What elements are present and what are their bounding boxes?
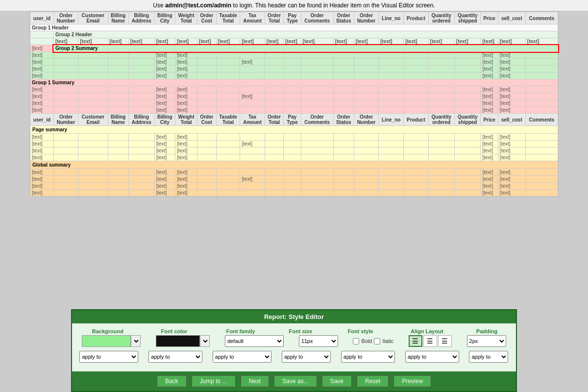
gs2-c19: [text] (481, 176, 498, 183)
g2s4-c12 (301, 73, 333, 79)
sh-sell-cost: sell_cost (498, 114, 525, 126)
bg-swatch[interactable] (82, 335, 131, 347)
bold-checkbox[interactable] (353, 338, 359, 344)
ps1-c21 (525, 134, 558, 141)
bg-dropdown-arrow[interactable]: ▼ (131, 335, 141, 347)
g1s2-c11 (284, 93, 301, 100)
gs-row2: [text] [text] [text] [text] (30, 176, 558, 183)
ps1-c0: [text] (30, 134, 54, 141)
gs1-c9 (240, 169, 265, 176)
gs3-c9 (240, 183, 265, 190)
ps1-c18 (455, 134, 481, 141)
ps2-c20: [text] (498, 141, 525, 147)
preview-button[interactable]: Preview (393, 375, 431, 387)
apply-fontsize-select[interactable]: apply to (282, 351, 331, 363)
g1s3-c18 (455, 100, 481, 107)
align-control: ☰ ☰ ☰ (409, 335, 452, 347)
ps3-c14 (354, 147, 378, 154)
gs4-c1 (53, 190, 78, 196)
ps3-c11 (284, 147, 301, 154)
g2s3-c15 (379, 66, 404, 73)
jump-to-button[interactable]: Jump to ... (192, 375, 236, 387)
apply-fontcolor-select[interactable]: apply to (148, 351, 202, 363)
ps3-c0: [text] (30, 147, 54, 154)
fontfamily-select[interactable]: default (225, 335, 284, 347)
gs3-c5: [text] (154, 183, 175, 190)
group1-header-row: Group 1 Header (30, 24, 558, 31)
g2s2-c8 (216, 59, 240, 66)
gs1-c21 (525, 169, 558, 176)
g1s4-c2 (78, 107, 108, 114)
fontcolor-dropdown-arrow[interactable]: ▼ (200, 335, 210, 347)
apply-bg: apply to (79, 351, 138, 363)
ps1-c10 (265, 134, 283, 141)
g1s1-c13 (333, 86, 354, 93)
g2s1-c5: [text] (154, 52, 175, 59)
apply-fontstyle-select[interactable]: apply to (341, 351, 395, 363)
apply-padding-select[interactable]: apply to (469, 351, 508, 363)
gs4-c6: [text] (175, 190, 197, 196)
gs1-c8 (216, 169, 240, 176)
apply-bg-select[interactable]: apply to (79, 351, 138, 363)
fontcolor-swatch[interactable] (156, 335, 200, 347)
g2s2-c13 (333, 59, 354, 66)
apply-to-row: apply to apply to apply to apply to (79, 351, 509, 363)
sh-line_no: Line_no (379, 114, 404, 126)
style-editor-controls-row: ▼ ▼ default (79, 335, 509, 347)
ps4-c20: [text] (498, 154, 525, 161)
ps4-c13 (333, 154, 354, 161)
g1s4-c17 (428, 107, 454, 114)
g1s4-c15 (379, 107, 404, 114)
ps2-c3 (108, 141, 128, 147)
col-billing-address: BillingAddress (128, 12, 154, 24)
align-right-button[interactable]: ☰ (438, 335, 452, 347)
fontfamily-control: default (225, 335, 284, 347)
apply-align-select[interactable]: apply to (405, 351, 459, 363)
g2d1-c20: [text] (498, 38, 525, 45)
ps3-c8 (216, 147, 240, 154)
apply-padding: apply to (469, 351, 508, 363)
col-weight-total: WeightTotal (175, 12, 197, 24)
g1s2-c2 (78, 93, 108, 100)
col-billing-name: BillingName (108, 12, 128, 24)
ps1-c17 (428, 134, 454, 141)
g1s3-c9 (240, 100, 265, 107)
next-button[interactable]: Next (241, 375, 270, 387)
col-taxable-total: TaxableTotal (216, 12, 240, 24)
reset-button[interactable]: Reset (357, 375, 389, 387)
g2d1-c7: [text] (197, 38, 216, 45)
ps2-c8 (216, 141, 240, 147)
save-button[interactable]: Save (322, 375, 352, 387)
g1s1-c15 (379, 86, 404, 93)
back-button[interactable]: Back (157, 375, 187, 387)
g1s2-c20: [text] (498, 93, 525, 100)
report-table: user_id OrderNumber CustomerEmail Billin… (30, 12, 558, 196)
g2d1-c21: [text] (525, 38, 558, 45)
g2s1-c4 (128, 52, 154, 59)
gs4-c5: [text] (154, 190, 175, 196)
gs3-c17 (428, 183, 454, 190)
italic-checkbox[interactable] (374, 338, 380, 344)
g1-sum-row4: [text] [text] [text] (30, 107, 558, 114)
g2s2-c18 (455, 59, 481, 66)
g2s1-c10 (265, 52, 283, 59)
gs1-c14 (354, 169, 378, 176)
g2-sum-row1: [text] [text] [text] (30, 52, 558, 59)
g1s2-c9: [text] (240, 93, 265, 100)
align-center-button[interactable]: ☰ (423, 335, 437, 347)
save-as-button[interactable]: Save as... (274, 375, 317, 387)
gs3-c20: [text] (498, 183, 525, 190)
gs4-c15 (379, 190, 404, 196)
align-left-button[interactable]: ☰ (409, 335, 422, 347)
g2d1-c5: [text] (154, 38, 175, 45)
g1s2-c19: [text] (481, 93, 498, 100)
padding-select[interactable]: 2px (467, 335, 506, 347)
g1s3-c5: [text] (154, 100, 175, 107)
gs-row3: [text] [text] [text] (30, 183, 558, 190)
gs4-c4 (128, 190, 154, 196)
ps2-c14 (354, 141, 378, 147)
group1-header-label: Group 1 Header (30, 24, 558, 31)
apply-fontfamily-select[interactable]: apply to (213, 351, 271, 363)
g2d1-c10: [text] (265, 38, 283, 45)
fontsize-select[interactable]: 11px (299, 335, 338, 347)
